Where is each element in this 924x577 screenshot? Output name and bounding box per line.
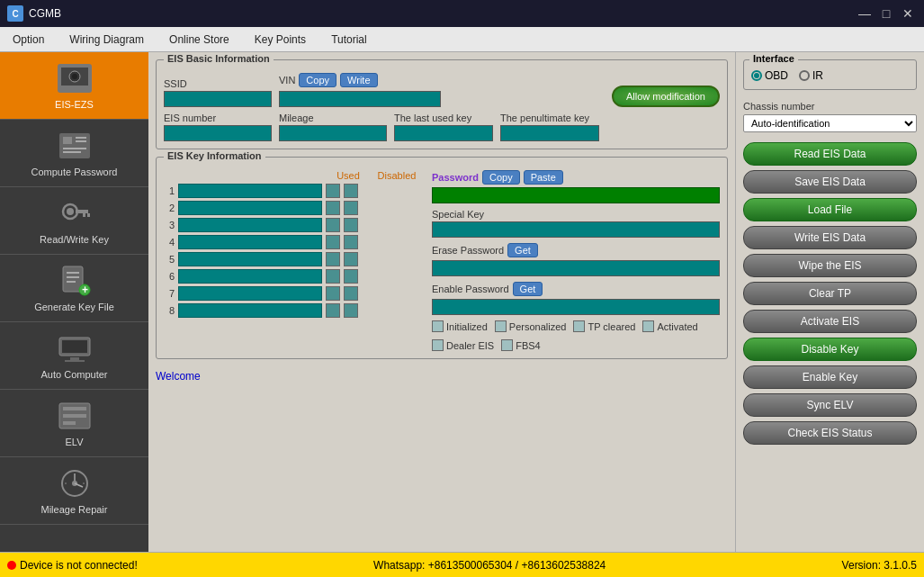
password-row: Password Copy Paste [432,170,720,185]
key-list-section: Used Disabled 1 2 [164,170,419,351]
device-status: Device is not connected! [7,559,138,572]
allow-modification-button[interactable]: Allow modification [612,86,720,107]
key-used-1[interactable] [326,184,340,198]
load-file-button[interactable]: Load File [743,198,917,221]
vin-input[interactable] [279,91,441,107]
check-eis-status-button[interactable]: Check EIS Status [743,421,917,445]
window-controls: — □ ✕ [856,5,917,23]
key-disabled-7[interactable] [344,286,358,301]
svg-rect-26 [63,407,86,410]
key-used-7[interactable] [326,286,340,301]
erase-password-get-button[interactable]: Get [507,243,538,257]
key-detail-section: Password Copy Paste Special Key Erase Pa… [423,170,720,351]
personalized-checkbox[interactable] [495,320,507,332]
key-disabled-2[interactable] [344,201,358,215]
key-used-2[interactable] [326,201,340,215]
svg-rect-28 [63,421,76,425]
minimize-button[interactable]: — [856,5,874,23]
activated-label: Activated [657,321,697,332]
eis-number-label: EIS number [164,113,272,123]
dealer-eis-checkbox[interactable] [432,339,444,351]
chassis-label: Chassis number [743,101,814,112]
penultimate-key-input[interactable] [500,125,599,141]
menu-wiring-diagram[interactable]: Wiring Diagram [57,30,157,50]
key-disabled-5[interactable] [344,252,358,266]
initialized-label: Initialized [446,321,488,332]
key-disabled-8[interactable] [344,303,358,318]
initialized-checkbox[interactable] [432,320,444,332]
chassis-select[interactable]: Auto-identification [743,114,917,132]
mileage-input[interactable] [279,125,387,141]
mileage-label: Mileage [279,113,387,123]
sidebar-item-elv[interactable]: ELV [0,390,148,457]
status-dealer-eis: Dealer EIS [432,339,494,351]
password-copy-button[interactable]: Copy [482,170,520,185]
enable-password-input[interactable] [432,299,720,315]
sync-elv-button[interactable]: Sync ELV [743,393,917,417]
ssid-input[interactable] [164,91,272,107]
dealer-eis-label: Dealer EIS [446,340,494,351]
menu-option[interactable]: Option [0,30,57,50]
sidebar-item-mileage-repair[interactable]: Mileage Repair [0,457,148,525]
penultimate-key-label: The penultimate key [500,113,599,123]
key-used-8[interactable] [326,303,340,318]
key-bar-4 [178,235,322,249]
tp-cleared-checkbox[interactable] [573,320,585,332]
read-eis-data-button[interactable]: Read EIS Data [743,142,917,166]
obd-radio[interactable]: OBD [751,69,788,82]
key-disabled-6[interactable] [344,269,358,284]
sidebar-item-auto-computer[interactable]: Auto Computer [0,322,148,390]
special-key-row: Special Key [432,209,720,238]
eis-number-input[interactable] [164,125,272,141]
ir-radio[interactable]: IR [799,69,823,82]
key-used-4[interactable] [326,235,340,249]
enable-password-get-button[interactable]: Get [513,282,543,296]
key-row-3: 3 [164,218,419,232]
clear-tp-button[interactable]: Clear TP [743,282,917,305]
activate-eis-button[interactable]: Activate EIS [743,310,917,333]
activated-checkbox[interactable] [642,320,654,332]
elv-icon [54,399,94,433]
sidebar-item-read-write-key[interactable]: Read/Write Key [0,187,148,255]
key-header-row: Used Disabled [164,170,419,181]
sidebar-label-compute-password: Compute Password [31,167,118,177]
menu-key-points[interactable]: Key Points [242,30,318,50]
maximize-button[interactable]: □ [877,5,895,23]
last-used-key-input[interactable] [394,125,493,141]
statusbar: Device is not connected! Whatsapp: +8613… [0,552,924,577]
key-disabled-4[interactable] [344,235,358,249]
vin-write-button[interactable]: Write [340,73,377,87]
disable-key-button[interactable]: Disable Key [743,338,917,361]
close-button[interactable]: ✕ [899,5,917,23]
password-paste-button[interactable]: Paste [524,170,563,185]
tp-cleared-label: TP cleared [588,321,635,332]
sidebar-item-generate-key-file[interactable]: + Generate Key File [0,255,148,322]
menu-tutorial[interactable]: Tutorial [318,30,380,50]
version-label: Version: 3.1.0.5 [842,559,917,572]
wipe-the-eis-button[interactable]: Wipe the EIS [743,254,917,277]
penultimate-key-group: The penultimate key [500,113,599,141]
enable-password-row: Enable Password Get [432,282,720,296]
key-disabled-3[interactable] [344,218,358,232]
write-eis-data-button[interactable]: Write EIS Data [743,226,917,249]
erase-password-input[interactable] [432,260,720,276]
key-bar-2 [178,201,322,215]
ir-radio-circle [799,70,810,81]
key-num-2: 2 [164,203,175,213]
key-disabled-1[interactable] [344,184,358,198]
password-input-display[interactable] [432,187,720,203]
fbs4-checkbox[interactable] [501,339,513,351]
save-eis-data-button[interactable]: Save EIS Data [743,170,917,194]
key-used-5[interactable] [326,252,340,266]
key-used-6[interactable] [326,269,340,284]
enable-key-button[interactable]: Enable Key [743,365,917,389]
key-row-7: 7 [164,286,419,301]
interface-group: Interface OBD IR [743,59,917,90]
menu-online-store[interactable]: Online Store [157,30,242,50]
sidebar-item-eis-ezs[interactable]: EIS-EZS [0,52,148,120]
key-used-3[interactable] [326,218,340,232]
vin-copy-button[interactable]: Copy [299,73,336,87]
sidebar-item-compute-password[interactable]: Compute Password [0,120,148,187]
special-key-input[interactable] [432,221,720,238]
svg-rect-16 [67,272,79,274]
